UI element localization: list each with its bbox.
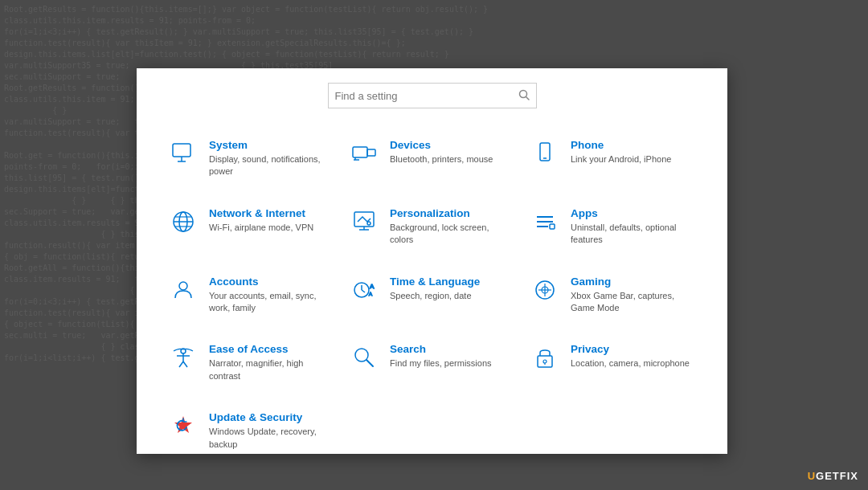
- system-title: System: [209, 139, 334, 151]
- update-title: Update & Security: [209, 411, 334, 423]
- ugetfix-logo: UGETFIX: [808, 470, 858, 482]
- system-icon: [169, 139, 198, 168]
- time-title: Time & Language: [390, 276, 480, 288]
- search-settings-desc: Find my files, permissions: [390, 357, 492, 370]
- apps-text: Apps Uninstall, defaults, optional featu…: [571, 207, 695, 247]
- apps-title: Apps: [571, 207, 695, 219]
- system-text: System Display, sound, notifications, po…: [209, 139, 334, 178]
- update-icon: [169, 411, 198, 440]
- personalization-icon: [350, 207, 379, 236]
- svg-line-36: [366, 360, 373, 366]
- search-settings-title: Search: [390, 343, 492, 355]
- settings-window: System Display, sound, notifications, po…: [137, 68, 727, 454]
- gaming-desc: Xbox Game Bar, captures, Game Mode: [571, 290, 695, 315]
- svg-line-27: [362, 290, 365, 292]
- svg-point-38: [543, 360, 547, 363]
- time-text: Time & Language Speech, region, date: [390, 276, 480, 302]
- network-title: Network & Internet: [209, 207, 313, 219]
- apps-icon: [530, 207, 559, 236]
- svg-text:A: A: [369, 292, 372, 296]
- settings-item-gaming[interactable]: Gaming Xbox Game Bar, captures, Game Mod…: [522, 261, 703, 329]
- svg-text:A: A: [370, 283, 375, 290]
- search-input[interactable]: [335, 90, 518, 102]
- search-icon: [518, 89, 530, 103]
- accounts-text: Accounts Your accounts, email, sync, wor…: [209, 276, 334, 315]
- accounts-icon: [169, 276, 198, 304]
- devices-icon: [350, 139, 379, 168]
- system-desc: Display, sound, notifications, power: [209, 153, 334, 178]
- settings-item-network[interactable]: Network & Internet Wi-Fi, airplane mode,…: [161, 193, 342, 261]
- phone-icon: [530, 139, 559, 168]
- privacy-title: Privacy: [571, 343, 690, 355]
- svg-rect-6: [367, 149, 375, 156]
- settings-item-system[interactable]: System Display, sound, notifications, po…: [161, 125, 342, 193]
- svg-rect-2: [173, 144, 190, 157]
- accounts-desc: Your accounts, email, sync, work, family: [209, 290, 334, 315]
- network-text: Network & Internet Wi-Fi, airplane mode,…: [209, 207, 313, 234]
- settings-item-devices[interactable]: Devices Bluetooth, printers, mouse: [342, 125, 522, 193]
- svg-rect-37: [538, 356, 552, 367]
- privacy-desc: Location, camera, microphone: [571, 357, 690, 370]
- gaming-icon: [530, 276, 559, 304]
- personalization-desc: Background, lock screen, colors: [390, 222, 514, 247]
- svg-point-17: [367, 222, 371, 225]
- svg-point-24: [179, 282, 187, 290]
- personalization-title: Personalization: [390, 207, 514, 219]
- settings-item-accounts[interactable]: Accounts Your accounts, email, sync, wor…: [161, 261, 342, 329]
- apps-desc: Uninstall, defaults, optional features: [571, 222, 695, 247]
- search-bar-container: [137, 68, 727, 116]
- devices-text: Devices Bluetooth, printers, mouse: [390, 139, 493, 165]
- network-icon: [169, 207, 198, 236]
- settings-item-privacy[interactable]: Privacy Location, camera, microphone: [522, 329, 703, 397]
- settings-item-personalization[interactable]: Personalization Background, lock screen,…: [342, 193, 522, 261]
- search-settings-text: Search Find my files, permissions: [390, 343, 492, 370]
- update-text: Update & Security Windows Update, recove…: [209, 411, 334, 451]
- svg-line-1: [526, 96, 529, 100]
- svg-rect-23: [550, 224, 555, 229]
- svg-rect-5: [353, 147, 367, 157]
- settings-grid: System Display, sound, notifications, po…: [137, 116, 727, 454]
- network-desc: Wi-Fi, airplane mode, VPN: [209, 222, 313, 234]
- search-bar[interactable]: [328, 83, 537, 108]
- phone-text: Phone Link your Android, iPhone: [571, 139, 671, 165]
- settings-item-search[interactable]: Search Find my files, permissions: [342, 329, 522, 397]
- gaming-title: Gaming: [571, 276, 695, 288]
- devices-desc: Bluetooth, printers, mouse: [390, 153, 493, 165]
- phone-title: Phone: [571, 139, 671, 151]
- ease-title: Ease of Access: [209, 343, 334, 355]
- time-desc: Speech, region, date: [390, 290, 480, 302]
- ugetfix-u: U: [808, 470, 816, 482]
- gaming-text: Gaming Xbox Game Bar, captures, Game Mod…: [571, 276, 695, 315]
- privacy-icon: [530, 343, 559, 372]
- settings-item-update[interactable]: Update & Security Windows Update, recove…: [161, 397, 342, 454]
- settings-item-ease[interactable]: Ease of Access Narrator, magnifier, high…: [161, 329, 342, 397]
- search-settings-icon: [350, 343, 379, 372]
- settings-item-time[interactable]: A A Time & Language Speech, region, date: [342, 261, 522, 329]
- settings-item-phone[interactable]: Phone Link your Android, iPhone: [522, 125, 703, 193]
- ease-desc: Narrator, magnifier, high contrast: [209, 357, 334, 382]
- ease-text: Ease of Access Narrator, magnifier, high…: [209, 343, 334, 382]
- phone-desc: Link your Android, iPhone: [571, 153, 671, 165]
- privacy-text: Privacy Location, camera, microphone: [571, 343, 690, 370]
- accounts-title: Accounts: [209, 276, 334, 288]
- devices-title: Devices: [390, 139, 493, 151]
- update-desc: Windows Update, recovery, backup: [209, 426, 334, 451]
- settings-item-apps[interactable]: Apps Uninstall, defaults, optional featu…: [522, 193, 703, 261]
- ease-icon: [169, 343, 198, 372]
- personalization-text: Personalization Background, lock screen,…: [390, 207, 514, 247]
- time-icon: A A: [350, 276, 379, 304]
